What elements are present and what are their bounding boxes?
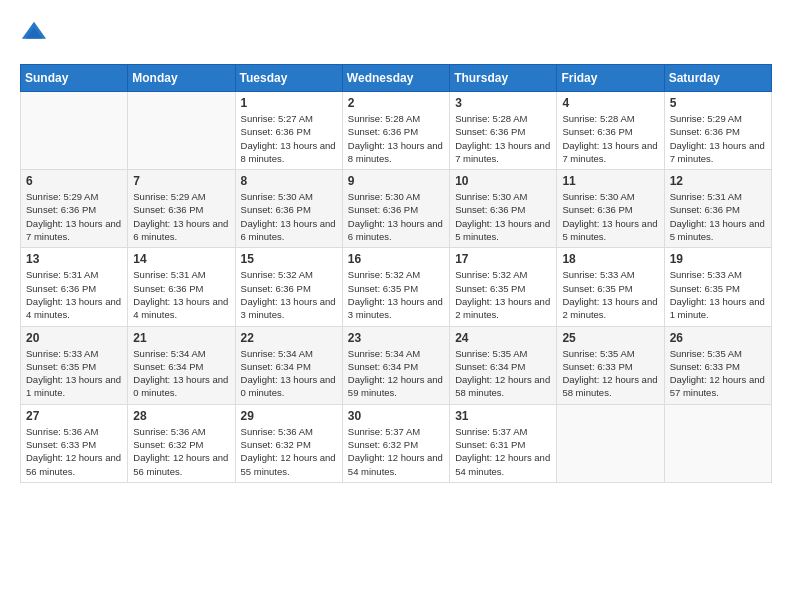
- day-info: Sunrise: 5:30 AM Sunset: 6:36 PM Dayligh…: [562, 190, 658, 243]
- logo: [20, 20, 52, 48]
- calendar-cell: [128, 92, 235, 170]
- day-info: Sunrise: 5:30 AM Sunset: 6:36 PM Dayligh…: [455, 190, 551, 243]
- calendar-cell: 22Sunrise: 5:34 AM Sunset: 6:34 PM Dayli…: [235, 326, 342, 404]
- day-number: 21: [133, 331, 229, 345]
- calendar-cell: 25Sunrise: 5:35 AM Sunset: 6:33 PM Dayli…: [557, 326, 664, 404]
- day-info: Sunrise: 5:28 AM Sunset: 6:36 PM Dayligh…: [455, 112, 551, 165]
- calendar-cell: 15Sunrise: 5:32 AM Sunset: 6:36 PM Dayli…: [235, 248, 342, 326]
- day-number: 2: [348, 96, 444, 110]
- calendar-cell: 11Sunrise: 5:30 AM Sunset: 6:36 PM Dayli…: [557, 170, 664, 248]
- calendar-cell: 9Sunrise: 5:30 AM Sunset: 6:36 PM Daylig…: [342, 170, 449, 248]
- day-number: 29: [241, 409, 337, 423]
- calendar-cell: 21Sunrise: 5:34 AM Sunset: 6:34 PM Dayli…: [128, 326, 235, 404]
- day-info: Sunrise: 5:32 AM Sunset: 6:35 PM Dayligh…: [455, 268, 551, 321]
- day-info: Sunrise: 5:37 AM Sunset: 6:32 PM Dayligh…: [348, 425, 444, 478]
- calendar-cell: 3Sunrise: 5:28 AM Sunset: 6:36 PM Daylig…: [450, 92, 557, 170]
- calendar-cell: 31Sunrise: 5:37 AM Sunset: 6:31 PM Dayli…: [450, 404, 557, 482]
- day-info: Sunrise: 5:31 AM Sunset: 6:36 PM Dayligh…: [26, 268, 122, 321]
- calendar-cell: 7Sunrise: 5:29 AM Sunset: 6:36 PM Daylig…: [128, 170, 235, 248]
- day-number: 22: [241, 331, 337, 345]
- day-number: 31: [455, 409, 551, 423]
- day-number: 5: [670, 96, 766, 110]
- calendar-cell: 19Sunrise: 5:33 AM Sunset: 6:35 PM Dayli…: [664, 248, 771, 326]
- calendar-day-header: Saturday: [664, 65, 771, 92]
- day-number: 13: [26, 252, 122, 266]
- calendar-cell: 16Sunrise: 5:32 AM Sunset: 6:35 PM Dayli…: [342, 248, 449, 326]
- day-info: Sunrise: 5:36 AM Sunset: 6:32 PM Dayligh…: [241, 425, 337, 478]
- day-number: 17: [455, 252, 551, 266]
- calendar-day-header: Wednesday: [342, 65, 449, 92]
- calendar-header-row: SundayMondayTuesdayWednesdayThursdayFrid…: [21, 65, 772, 92]
- day-number: 11: [562, 174, 658, 188]
- day-number: 8: [241, 174, 337, 188]
- calendar-cell: 1Sunrise: 5:27 AM Sunset: 6:36 PM Daylig…: [235, 92, 342, 170]
- day-info: Sunrise: 5:28 AM Sunset: 6:36 PM Dayligh…: [562, 112, 658, 165]
- calendar-cell: 23Sunrise: 5:34 AM Sunset: 6:34 PM Dayli…: [342, 326, 449, 404]
- calendar-week-row: 13Sunrise: 5:31 AM Sunset: 6:36 PM Dayli…: [21, 248, 772, 326]
- day-number: 9: [348, 174, 444, 188]
- day-number: 19: [670, 252, 766, 266]
- day-info: Sunrise: 5:32 AM Sunset: 6:36 PM Dayligh…: [241, 268, 337, 321]
- calendar-day-header: Tuesday: [235, 65, 342, 92]
- calendar-cell: 17Sunrise: 5:32 AM Sunset: 6:35 PM Dayli…: [450, 248, 557, 326]
- calendar-cell: 26Sunrise: 5:35 AM Sunset: 6:33 PM Dayli…: [664, 326, 771, 404]
- calendar-week-row: 1Sunrise: 5:27 AM Sunset: 6:36 PM Daylig…: [21, 92, 772, 170]
- calendar-cell: 27Sunrise: 5:36 AM Sunset: 6:33 PM Dayli…: [21, 404, 128, 482]
- day-number: 16: [348, 252, 444, 266]
- day-info: Sunrise: 5:29 AM Sunset: 6:36 PM Dayligh…: [133, 190, 229, 243]
- calendar-cell: 6Sunrise: 5:29 AM Sunset: 6:36 PM Daylig…: [21, 170, 128, 248]
- calendar-day-header: Monday: [128, 65, 235, 92]
- day-number: 10: [455, 174, 551, 188]
- day-number: 18: [562, 252, 658, 266]
- day-info: Sunrise: 5:34 AM Sunset: 6:34 PM Dayligh…: [348, 347, 444, 400]
- logo-icon: [20, 20, 48, 48]
- calendar-cell: 18Sunrise: 5:33 AM Sunset: 6:35 PM Dayli…: [557, 248, 664, 326]
- calendar-table: SundayMondayTuesdayWednesdayThursdayFrid…: [20, 64, 772, 483]
- day-info: Sunrise: 5:31 AM Sunset: 6:36 PM Dayligh…: [133, 268, 229, 321]
- day-info: Sunrise: 5:30 AM Sunset: 6:36 PM Dayligh…: [241, 190, 337, 243]
- day-number: 14: [133, 252, 229, 266]
- calendar-cell: 24Sunrise: 5:35 AM Sunset: 6:34 PM Dayli…: [450, 326, 557, 404]
- calendar-cell: [557, 404, 664, 482]
- calendar-day-header: Friday: [557, 65, 664, 92]
- calendar-day-header: Thursday: [450, 65, 557, 92]
- day-number: 1: [241, 96, 337, 110]
- calendar-cell: 14Sunrise: 5:31 AM Sunset: 6:36 PM Dayli…: [128, 248, 235, 326]
- day-number: 20: [26, 331, 122, 345]
- calendar-cell: 4Sunrise: 5:28 AM Sunset: 6:36 PM Daylig…: [557, 92, 664, 170]
- day-info: Sunrise: 5:35 AM Sunset: 6:34 PM Dayligh…: [455, 347, 551, 400]
- calendar-cell: 5Sunrise: 5:29 AM Sunset: 6:36 PM Daylig…: [664, 92, 771, 170]
- day-info: Sunrise: 5:33 AM Sunset: 6:35 PM Dayligh…: [562, 268, 658, 321]
- day-number: 25: [562, 331, 658, 345]
- day-info: Sunrise: 5:35 AM Sunset: 6:33 PM Dayligh…: [670, 347, 766, 400]
- day-number: 28: [133, 409, 229, 423]
- calendar-cell: [21, 92, 128, 170]
- day-info: Sunrise: 5:35 AM Sunset: 6:33 PM Dayligh…: [562, 347, 658, 400]
- day-info: Sunrise: 5:33 AM Sunset: 6:35 PM Dayligh…: [26, 347, 122, 400]
- day-number: 23: [348, 331, 444, 345]
- day-number: 30: [348, 409, 444, 423]
- day-info: Sunrise: 5:34 AM Sunset: 6:34 PM Dayligh…: [133, 347, 229, 400]
- day-number: 15: [241, 252, 337, 266]
- day-number: 7: [133, 174, 229, 188]
- day-number: 27: [26, 409, 122, 423]
- day-number: 12: [670, 174, 766, 188]
- calendar-cell: 10Sunrise: 5:30 AM Sunset: 6:36 PM Dayli…: [450, 170, 557, 248]
- calendar-week-row: 20Sunrise: 5:33 AM Sunset: 6:35 PM Dayli…: [21, 326, 772, 404]
- day-number: 26: [670, 331, 766, 345]
- calendar-cell: 13Sunrise: 5:31 AM Sunset: 6:36 PM Dayli…: [21, 248, 128, 326]
- day-info: Sunrise: 5:29 AM Sunset: 6:36 PM Dayligh…: [670, 112, 766, 165]
- day-info: Sunrise: 5:37 AM Sunset: 6:31 PM Dayligh…: [455, 425, 551, 478]
- day-info: Sunrise: 5:36 AM Sunset: 6:32 PM Dayligh…: [133, 425, 229, 478]
- calendar-cell: 30Sunrise: 5:37 AM Sunset: 6:32 PM Dayli…: [342, 404, 449, 482]
- calendar-week-row: 6Sunrise: 5:29 AM Sunset: 6:36 PM Daylig…: [21, 170, 772, 248]
- day-info: Sunrise: 5:33 AM Sunset: 6:35 PM Dayligh…: [670, 268, 766, 321]
- calendar-week-row: 27Sunrise: 5:36 AM Sunset: 6:33 PM Dayli…: [21, 404, 772, 482]
- calendar-cell: 20Sunrise: 5:33 AM Sunset: 6:35 PM Dayli…: [21, 326, 128, 404]
- page-header: [20, 20, 772, 48]
- day-info: Sunrise: 5:28 AM Sunset: 6:36 PM Dayligh…: [348, 112, 444, 165]
- day-info: Sunrise: 5:27 AM Sunset: 6:36 PM Dayligh…: [241, 112, 337, 165]
- day-number: 24: [455, 331, 551, 345]
- day-number: 4: [562, 96, 658, 110]
- calendar-cell: [664, 404, 771, 482]
